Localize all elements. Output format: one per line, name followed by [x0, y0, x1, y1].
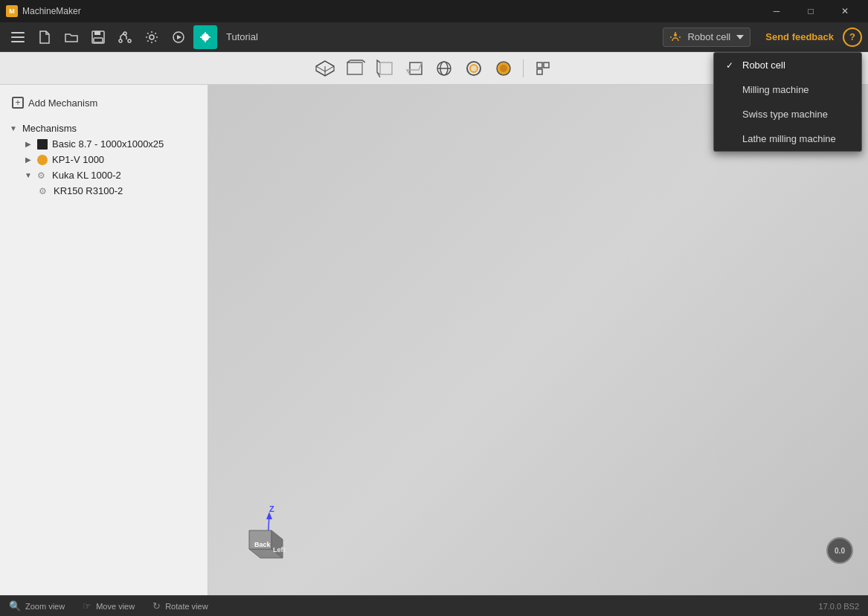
rotate-status: ↻ Rotate view [152, 600, 208, 612]
expand-arrow-kuka: ▼ [24, 171, 33, 179]
app-icon: M [6, 5, 18, 17]
perspective-view-button[interactable] [431, 55, 457, 82]
app-title: MachineMaker [22, 6, 81, 16]
kp1-label: KP1-V 1000 [52, 154, 104, 165]
svg-point-8 [123, 32, 126, 35]
circle-view-button[interactable] [490, 55, 517, 82]
tree-item-kp1[interactable]: ▶ KP1-V 1000 [24, 152, 199, 167]
svg-text:Back: Back [254, 541, 271, 548]
zoom-status: 🔍 Zoom view [9, 600, 65, 612]
svg-rect-14 [347, 62, 362, 74]
separator [523, 60, 524, 77]
minimize-button[interactable]: ─ [759, 0, 794, 22]
rotate-icon: ↻ [152, 600, 161, 612]
rotate-label: Rotate view [165, 602, 208, 611]
active-mode-button[interactable] [193, 25, 217, 49]
svg-rect-5 [94, 38, 103, 42]
orientation-cube-svg: Z Back Left [231, 504, 290, 564]
toolbar-title: Tutorial [226, 31, 660, 42]
move-label: Move view [96, 602, 135, 611]
new-file-button[interactable] [33, 25, 57, 49]
gear-small-icon: ⚙ [39, 186, 49, 196]
yellow-circle-icon [37, 155, 48, 165]
side-view-button[interactable] [371, 55, 398, 82]
move-status: ☞ Move view [83, 600, 135, 612]
mechanisms-label: Mechanisms [22, 123, 77, 134]
status-bar: 🔍 Zoom view ☞ Move view ↻ Rotate view 17… [0, 595, 868, 616]
expand-arrow-kp1: ▶ [24, 155, 33, 164]
front-view-button[interactable] [341, 55, 368, 82]
dropdown-robot-cell[interactable]: ✓ Robot cell [714, 53, 861, 77]
send-feedback-button[interactable]: Send feedback [759, 28, 840, 45]
robot-cell-label: Robot cell [687, 31, 730, 42]
dropdown-milling-label: Milling machine [742, 84, 809, 95]
settings-circle-button[interactable]: 0.0 [826, 537, 853, 564]
isometric-view-button[interactable] [312, 55, 338, 82]
dropdown-swiss-label: Swiss type machine [742, 109, 828, 120]
tree-item-kuka[interactable]: ▼ ⚙ Kuka KL 1000-2 [24, 167, 199, 183]
kuka-children: ⚙ KR150 R3100-2 [24, 183, 199, 199]
zoom-icon: 🔍 [9, 600, 21, 612]
expand-arrow-basic: ▶ [24, 140, 33, 148]
svg-rect-23 [544, 62, 549, 68]
tree-item-basic[interactable]: ▶ Basic 8.7 - 1000x1000x25 [24, 136, 199, 152]
dropdown-menu: ✓ Robot cell Milling machine Swiss type … [713, 52, 862, 152]
black-square-icon [37, 139, 48, 150]
robot-button[interactable] [113, 25, 137, 49]
dropdown-robot-cell-label: Robot cell [742, 60, 785, 71]
check-mark-robot-cell: ✓ [726, 60, 736, 71]
plus-icon: + [12, 97, 24, 109]
svg-rect-4 [94, 31, 100, 35]
svg-point-6 [119, 39, 122, 42]
dropdown-lathe-label: Lathe milling machine [742, 133, 836, 144]
svg-text:Z: Z [269, 504, 274, 513]
version-info: 17.0.0 BS2 [819, 602, 859, 611]
svg-rect-24 [537, 69, 542, 74]
svg-point-21 [500, 65, 507, 72]
parallelogram-view-button[interactable] [401, 55, 428, 82]
mechanisms-tree-items: ▶ Basic 8.7 - 1000x1000x25 ▶ KP1-V 1000 … [9, 136, 199, 199]
title-bar-controls: ─ □ ✕ [759, 0, 862, 22]
open-file-button[interactable] [60, 25, 83, 49]
add-mechanism-label: Add Mechanism [28, 97, 97, 109]
kr150-label: KR150 R3100-2 [54, 185, 123, 196]
svg-rect-15 [380, 62, 392, 74]
svg-point-7 [128, 39, 131, 42]
dropdown-milling-machine[interactable]: Milling machine [714, 77, 861, 102]
svg-marker-11 [177, 35, 181, 39]
svg-rect-0 [11, 32, 25, 33]
play-button[interactable] [167, 25, 190, 49]
dropdown-lathe[interactable]: Lathe milling machine [714, 126, 861, 151]
mechanisms-group: ▼ Mechanisms ▶ Basic 8.7 - 1000x1000x25 … [9, 121, 199, 199]
svg-point-13 [674, 33, 677, 36]
move-icon: ☞ [83, 600, 91, 612]
svg-rect-1 [11, 36, 25, 38]
mechanisms-header[interactable]: ▼ Mechanisms [9, 121, 199, 136]
svg-point-9 [150, 35, 154, 39]
gear-icon: ⚙ [37, 170, 48, 181]
help-button[interactable]: ? [843, 28, 862, 47]
settings-button[interactable] [140, 25, 164, 49]
viewport-background [208, 85, 868, 595]
tree-item-kr150[interactable]: ⚙ KR150 R3100-2 [39, 183, 199, 199]
kuka-label: Kuka KL 1000-2 [52, 170, 121, 181]
close-button[interactable]: ✕ [828, 0, 862, 22]
save-button[interactable] [86, 25, 110, 49]
tree-section: ▼ Mechanisms ▶ Basic 8.7 - 1000x1000x25 … [9, 121, 199, 199]
extra-view-button[interactable] [530, 55, 556, 82]
maximize-button[interactable]: □ [794, 0, 828, 22]
svg-text:Left: Left [273, 546, 286, 554]
svg-rect-22 [537, 62, 542, 68]
viewport[interactable]: Z Back Left 0.0 [208, 85, 868, 595]
dropdown-swiss-type[interactable]: Swiss type machine [714, 102, 861, 126]
zoom-label: Zoom view [25, 602, 65, 611]
add-mechanism-button[interactable]: + Add Mechanism [9, 94, 100, 112]
main-content: + Add Mechanism ▼ Mechanisms ▶ Basic 8.7… [0, 85, 868, 595]
robot-cell-dropdown[interactable]: Robot cell [663, 28, 750, 47]
title-bar: M MachineMaker ─ □ ✕ [0, 0, 868, 22]
svg-point-12 [202, 33, 209, 41]
sphere-view-button[interactable] [460, 55, 487, 82]
orientation-cube: Z Back Left [231, 504, 290, 564]
hamburger-menu-button[interactable] [6, 25, 30, 49]
svg-rect-2 [11, 41, 25, 42]
